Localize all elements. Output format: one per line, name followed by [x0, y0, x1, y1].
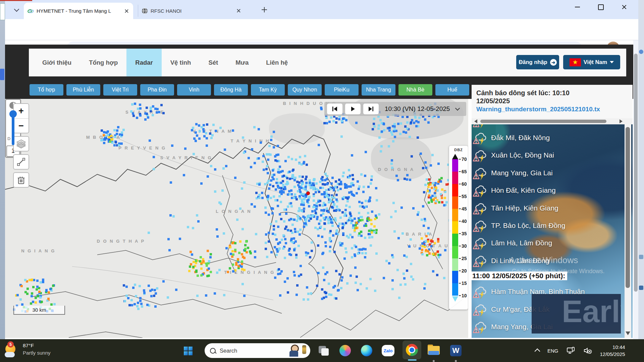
- chrome-button-active[interactable]: [402, 341, 421, 359]
- scale-label: 30 km: [33, 307, 46, 313]
- zalo-icon: Zalo: [382, 345, 394, 356]
- start-button[interactable]: [184, 347, 193, 355]
- volume-muted-icon[interactable]: [583, 347, 592, 355]
- nav-item-4[interactable]: Vệ tinh: [162, 49, 200, 76]
- zoom-in-button[interactable]: +: [14, 104, 29, 119]
- station-button[interactable]: PleiKu: [325, 84, 359, 96]
- map-clear-button[interactable]: [13, 172, 29, 188]
- scroll-left-icon[interactable]: [474, 119, 477, 123]
- map-layers-button[interactable]: [13, 136, 29, 152]
- nav-item-7[interactable]: Liên hệ: [257, 49, 297, 76]
- weather-icon: 5: [5, 343, 19, 357]
- opacity-slider[interactable]: [11, 110, 15, 143]
- warning-location: Mang Yang, Gia Lai: [491, 169, 553, 177]
- station-button[interactable]: Vinh: [177, 84, 211, 96]
- tab-close-icon[interactable]: [124, 8, 130, 14]
- nav-item-5[interactable]: Sét: [200, 49, 227, 76]
- task-view-button[interactable]: [317, 344, 330, 357]
- scrollbar-thumb[interactable]: [480, 120, 606, 123]
- word-button[interactable]: W: [449, 344, 463, 357]
- activate-windows-watermark: Activate Windows: [509, 255, 578, 265]
- input-language-indicator[interactable]: ENG: [547, 348, 558, 354]
- window-maximize-button[interactable]: [591, 0, 610, 14]
- hymetnet-favicon: [27, 8, 34, 14]
- legend-arrow-top: [452, 154, 458, 159]
- warning-row[interactable]: Lâm Hà, Lâm Đồng: [472, 234, 633, 252]
- tray-date: 12/05/2025: [600, 351, 625, 358]
- tray-time: 10:44: [600, 344, 625, 351]
- scroll-down-icon[interactable]: [626, 331, 630, 335]
- station-button[interactable]: Phù Liễn: [66, 84, 100, 96]
- weather-temp: 87°F: [23, 343, 51, 349]
- station-button[interactable]: Quy Nhơn: [288, 84, 322, 96]
- globe-favicon: [142, 8, 148, 14]
- thunderstorm-warning-icon: [472, 165, 488, 181]
- thunderstorm-warning-icon: [472, 218, 488, 233]
- file-explorer-button[interactable]: [427, 344, 440, 357]
- layers-icon: [14, 137, 29, 151]
- slider-knob[interactable]: [9, 110, 17, 118]
- caret-down-icon: [610, 61, 614, 63]
- warning-location: Lâm Hà, Lâm Đồng: [491, 239, 552, 247]
- radar-site-marker: [306, 191, 310, 195]
- scrollbar-thumb[interactable]: [634, 54, 638, 292]
- nav-item-6[interactable]: Mưa: [227, 49, 257, 76]
- tab-close-icon[interactable]: [236, 8, 242, 14]
- sidebar-horizontal-scrollbar[interactable]: [472, 118, 633, 124]
- login-button[interactable]: Đăng nhập ➜: [516, 55, 559, 69]
- nav-item-1[interactable]: Giới thiệu: [34, 49, 80, 76]
- zalo-button[interactable]: Zalo: [381, 344, 395, 357]
- station-button[interactable]: Tổ hợp: [30, 84, 63, 96]
- tab-active-hymetnet[interactable]: HYMETNET - Trung Tâm Mạng L: [24, 3, 133, 19]
- previous-frame-button[interactable]: [327, 104, 342, 114]
- station-button[interactable]: Pha Đin: [140, 84, 174, 96]
- page-scrollbar[interactable]: [633, 40, 638, 339]
- tab-rfsc-hanoi[interactable]: RFSC HANOI: [138, 5, 245, 17]
- zoom-out-button[interactable]: −: [14, 119, 29, 133]
- station-button[interactable]: Việt Trì: [103, 84, 137, 96]
- window-close-button[interactable]: [615, 0, 634, 14]
- scroll-right-icon[interactable]: [620, 119, 623, 123]
- map-measure-button[interactable]: [13, 154, 29, 170]
- taskbar-clock[interactable]: 10:44 12/05/2025: [600, 344, 625, 358]
- warning-location: Đắk Mil, Đăk Nông: [491, 134, 550, 142]
- warning-row[interactable]: Hòn Đất, Kiên Giang: [472, 182, 633, 199]
- scrollbar-thumb[interactable]: [626, 127, 630, 288]
- copilot-button[interactable]: [338, 344, 352, 357]
- warning-row[interactable]: TP. Bảo Lộc, Lâm Đồng: [472, 217, 633, 234]
- tray-expand-icon[interactable]: [535, 349, 540, 354]
- network-icon[interactable]: [567, 347, 575, 355]
- frame-time-selector[interactable]: 10:30 (VN) 12-05-2025: [385, 105, 450, 113]
- edge-button[interactable]: [360, 344, 373, 357]
- language-selector[interactable]: Việt Nam: [563, 55, 620, 69]
- tab-search-button[interactable]: [11, 4, 22, 15]
- station-button[interactable]: Tam Kỳ: [251, 84, 285, 96]
- warning-row[interactable]: Xuân Lộc, Đồng Nai: [472, 146, 633, 164]
- sidebar-vertical-scrollbar[interactable]: [625, 124, 631, 338]
- warning-row[interactable]: Mang Yang, Gia Lai: [472, 164, 633, 182]
- taskbar-search[interactable]: Search: [205, 343, 310, 358]
- play-button[interactable]: [345, 104, 361, 114]
- station-button[interactable]: Nha Trang: [362, 84, 395, 96]
- station-button[interactable]: Nhà Bè: [398, 84, 432, 96]
- warning-list-area: Đắk Mil, Đăk NôngXuân Lộc, Đồng NaiMang …: [472, 124, 633, 338]
- warning-file-link[interactable]: Warning_thunderstorm_202505121010.tx: [476, 106, 628, 113]
- tab-title: RFSC HANOI: [151, 8, 233, 14]
- window-minimize-button[interactable]: [568, 0, 587, 14]
- legend-tick-label: 25: [462, 256, 467, 261]
- nav-item-2[interactable]: Tổng hợp: [80, 49, 126, 76]
- warning-row[interactable]: Tân Hiệp, Kiên Giang: [472, 199, 633, 217]
- thunderstorm-warning-icon: [472, 235, 488, 251]
- station-button[interactable]: Đông Hà: [214, 84, 248, 96]
- background-window-red-edge: [0, 0, 32, 1]
- thunderstorm-warning-icon: [472, 147, 488, 163]
- warning-sidebar: Cảnh báo dông sét lúc: 10:10 12/05/2025 …: [472, 85, 633, 338]
- nav-item-3[interactable]: Radar: [126, 49, 161, 76]
- legend-tick-label: 15: [462, 281, 467, 286]
- station-button[interactable]: Huế: [435, 84, 469, 96]
- warning-row[interactable]: Đắk Mil, Đăk Nông: [472, 129, 633, 146]
- radar-map[interactable]: S V A Y R I EB I N H D U O N GD A LM B O…: [5, 99, 468, 338]
- new-tab-button[interactable]: [260, 5, 269, 14]
- next-frame-button[interactable]: [363, 104, 379, 114]
- taskbar-weather-widget[interactable]: 5 87°F Partly sunny: [5, 342, 51, 357]
